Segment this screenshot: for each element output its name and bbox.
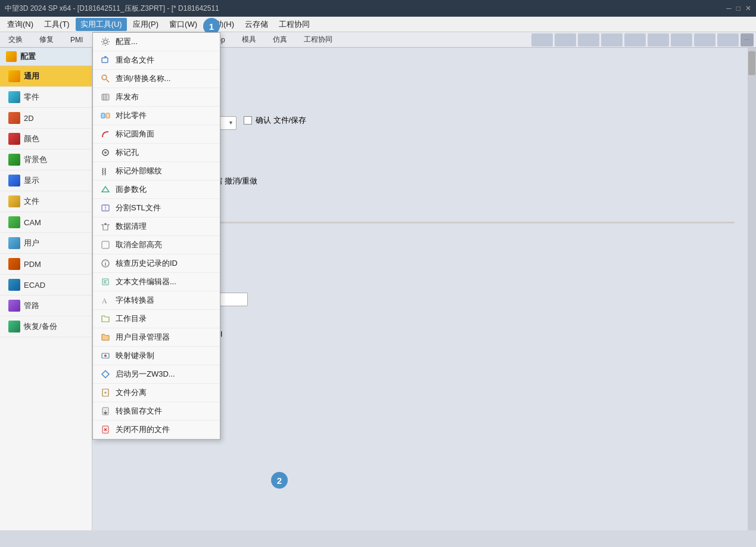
2d-icon	[8, 112, 20, 124]
sidebar-item-color[interactable]: 颜色	[0, 129, 92, 150]
dd-item-text-editor[interactable]: 文本文件编辑器...	[93, 273, 220, 291]
sidebar-item-pipe[interactable]: 管路	[0, 296, 92, 316]
pdm-icon	[8, 258, 20, 270]
menu-collab[interactable]: 工程协同	[274, 18, 315, 31]
minimize-icon[interactable]: ─	[726, 4, 732, 13]
svg-rect-1	[102, 58, 108, 63]
file-icon	[8, 195, 20, 207]
dd-label-work-dir: 工作目录	[116, 313, 147, 324]
sidebar-item-cam[interactable]: CAM	[0, 212, 92, 233]
library-icon	[100, 92, 111, 102]
speed-slider[interactable]	[133, 222, 735, 223]
dd-item-compare[interactable]: 对比零件	[93, 107, 220, 125]
scrollbar-thumb[interactable]	[748, 51, 755, 75]
display-icon	[8, 175, 20, 187]
sidebar-item-ecad[interactable]: ECAD	[0, 275, 92, 296]
svg-point-13	[104, 355, 107, 357]
sidebar-label-display: 显示	[24, 175, 39, 186]
sub-tab-repair[interactable]: 修复	[33, 33, 60, 46]
menu-window[interactable]: 窗口(W)	[164, 18, 202, 31]
svg-text:A: A	[102, 297, 107, 305]
dd-label-file-split: 文件分离	[116, 387, 147, 398]
dd-item-launch[interactable]: 启动另一ZW3D...	[93, 365, 220, 384]
dd-label-convert-save: 转换留存文件	[116, 406, 162, 417]
dd-item-face-param[interactable]: 面参数化	[93, 181, 220, 199]
vertical-scrollbar[interactable]	[748, 48, 756, 530]
dd-item-key-record[interactable]: 映射键录制	[93, 347, 220, 365]
sidebar-label-restore: 恢复/备份	[24, 321, 57, 332]
dd-label-search-replace: 查询/替换名称...	[116, 73, 170, 84]
compare-icon	[100, 110, 111, 121]
sidebar-label-cam: CAM	[24, 218, 41, 227]
dd-item-mark-thread[interactable]: 标记外部螺纹	[93, 162, 220, 181]
sub-tab-pmi[interactable]: PMI	[64, 35, 89, 45]
dd-item-close-unused[interactable]: 关闭不用的文件	[93, 421, 220, 439]
svg-point-7	[104, 151, 107, 154]
sidebar-item-2d[interactable]: 2D	[0, 108, 92, 129]
confirm-save-label: 确认 文件/保存	[256, 115, 306, 126]
dd-item-font-convert[interactable]: A 字体转换器	[93, 291, 220, 310]
sidebar-item-restore[interactable]: 恢复/备份	[0, 316, 92, 337]
dd-item-split-stl[interactable]: 分割STL文件	[93, 199, 220, 217]
dd-label-check-id: 核查历史记录的ID	[116, 258, 178, 269]
sidebar-label-ecad: ECAD	[24, 281, 45, 290]
color-icon	[8, 133, 20, 145]
dd-item-rename[interactable]: 重命名文件	[93, 51, 220, 70]
sidebar-item-part[interactable]: 零件	[0, 87, 92, 108]
dd-item-user-dir[interactable]: 用户目录管理器	[93, 328, 220, 347]
dd-item-library[interactable]: 库发布	[93, 88, 220, 107]
sidebar-item-general[interactable]: 通用	[0, 66, 92, 87]
sidebar-item-pdm[interactable]: PDM	[0, 254, 92, 275]
sidebar-item-bg-color[interactable]: 背景色	[0, 150, 92, 170]
sidebar: 配置 通用 零件 2D 颜色 背景色 显示 文件	[0, 48, 92, 530]
dd-item-config[interactable]: 配置...	[93, 33, 220, 51]
key-record-icon	[100, 350, 111, 361]
face-param-icon	[100, 184, 111, 195]
dd-item-convert-save[interactable]: 转换留存文件	[93, 402, 220, 421]
mark-hole-icon	[100, 147, 111, 158]
dd-label-mark-thread: 标记外部螺纹	[116, 166, 162, 176]
sub-tab-mold[interactable]: 模具	[236, 33, 262, 46]
menu-query[interactable]: 查询(N)	[2, 18, 38, 31]
dd-item-search-replace[interactable]: 查询/替换名称...	[93, 70, 220, 88]
sub-tab-sim[interactable]: 仿真	[267, 33, 293, 46]
menu-bar: 查询(N) 工具(T) 实用工具(U) 应用(P) 窗口(W) 帮助(H) 云存…	[0, 17, 756, 32]
dd-item-data-clean[interactable]: 数据清理	[93, 217, 220, 236]
user-dir-icon	[100, 332, 111, 343]
dd-item-check-id[interactable]: 核查历史记录的ID	[93, 254, 220, 273]
sub-tab-eng-collab[interactable]: 工程协同	[298, 33, 338, 46]
convert-save-icon	[100, 406, 111, 417]
dd-label-user-dir: 用户目录管理器	[116, 332, 170, 343]
maximize-icon[interactable]: □	[736, 4, 741, 13]
dd-item-mark-hole[interactable]: 标记孔	[93, 144, 220, 162]
dd-label-key-record: 映射键录制	[116, 350, 154, 361]
bg-icon	[8, 154, 20, 166]
dd-item-unhighlight[interactable]: 取消全部高亮	[93, 236, 220, 254]
svg-point-2	[102, 75, 107, 80]
dd-item-file-split[interactable]: 文件分离	[93, 384, 220, 402]
dd-label-face-param: 面参数化	[116, 184, 147, 195]
menu-app[interactable]: 应用(P)	[128, 18, 163, 31]
confirm-save-checkbox[interactable]	[244, 116, 252, 125]
menu-utility[interactable]: 实用工具(U)	[76, 18, 127, 31]
sidebar-label-part: 零件	[24, 92, 39, 102]
svg-rect-3	[102, 94, 109, 100]
menu-tools[interactable]: 工具(T)	[39, 18, 74, 31]
file-split-icon	[100, 387, 111, 398]
font-convert-icon: A	[100, 295, 111, 306]
cam-icon	[8, 216, 20, 228]
sub-tab-exchange[interactable]: 交换	[2, 33, 29, 46]
sidebar-label-pipe: 管路	[24, 300, 39, 311]
mark-fillet-icon	[100, 129, 111, 139]
menu-cloud[interactable]: 云存储	[240, 18, 273, 31]
sidebar-item-user[interactable]: 用户	[0, 233, 92, 254]
gear-icon	[100, 36, 111, 47]
svg-rect-5	[106, 113, 110, 118]
sidebar-item-file[interactable]: 文件	[0, 191, 92, 212]
close-icon[interactable]: ✕	[745, 4, 751, 13]
dd-item-work-dir[interactable]: 工作目录	[93, 310, 220, 328]
dd-label-unhighlight: 取消全部高亮	[116, 240, 162, 250]
sidebar-item-display[interactable]: 显示	[0, 170, 92, 191]
unhighlight-icon	[100, 240, 111, 250]
dd-item-mark-fillet[interactable]: 标记圆角面	[93, 125, 220, 144]
